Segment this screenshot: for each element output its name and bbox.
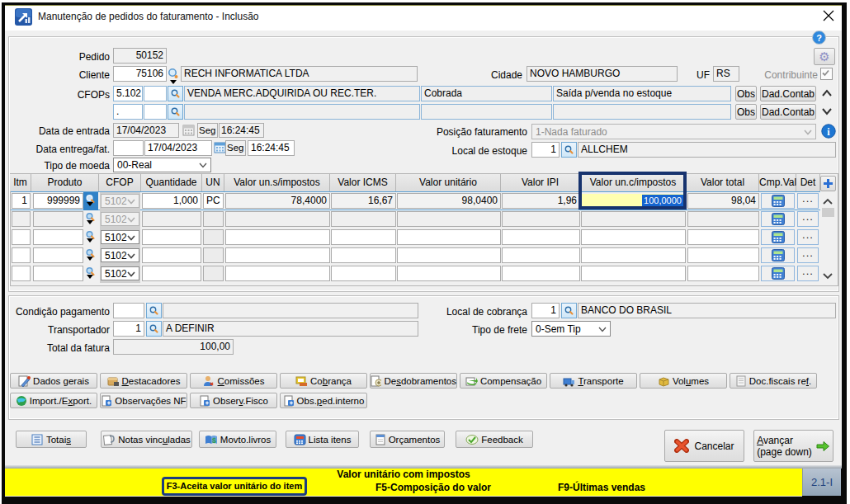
svg-text:$: $ (212, 436, 216, 445)
svg-text:?: ? (816, 33, 822, 43)
